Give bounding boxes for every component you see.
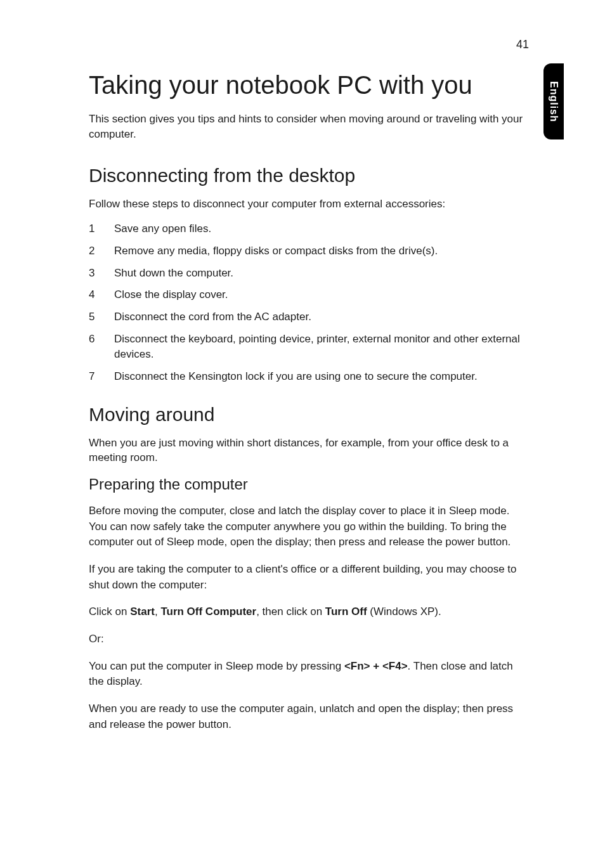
language-tab: English — [543, 63, 564, 139]
page-number: 41 — [516, 38, 529, 51]
section-intro: Follow these steps to disconnect your co… — [89, 197, 529, 212]
text-span: You can put the computer in Sleep mode b… — [89, 660, 344, 672]
text-span: Click on — [89, 606, 130, 618]
body-text: You can put the computer in Sleep mode b… — [89, 659, 529, 690]
list-item: 1 Save any open files. — [89, 221, 529, 237]
body-text: If you are taking the computer to a clie… — [89, 562, 529, 593]
step-number: 3 — [89, 266, 114, 282]
body-text: Or: — [89, 632, 529, 647]
bold-term: Turn Off — [325, 606, 367, 618]
bold-shortcut: <Fn> + <F4> — [344, 660, 408, 672]
section-heading-moving: Moving around — [89, 404, 529, 425]
step-text: Shut down the computer. — [114, 266, 529, 282]
step-number: 6 — [89, 332, 114, 363]
list-item: 3 Shut down the computer. — [89, 266, 529, 282]
steps-list: 1 Save any open files. 2 Remove any medi… — [89, 221, 529, 384]
body-text: When you are ready to use the computer a… — [89, 701, 529, 732]
step-text: Close the display cover. — [114, 287, 529, 303]
list-item: 7 Disconnect the Kensington lock if you … — [89, 369, 529, 385]
page-content: Taking your notebook PC with you This se… — [0, 0, 605, 782]
bold-term: Turn Off Computer — [160, 606, 256, 618]
list-item: 4 Close the display cover. — [89, 287, 529, 303]
body-text: Before moving the computer, close and la… — [89, 503, 529, 550]
body-text: Click on Start, Turn Off Computer, then … — [89, 604, 529, 620]
text-span: (Windows XP). — [367, 606, 441, 618]
subsection-heading-preparing: Preparing the computer — [89, 476, 529, 493]
section-heading-disconnecting: Disconnecting from the desktop — [89, 165, 529, 186]
text-span: , then click on — [256, 606, 325, 618]
step-text: Remove any media, floppy disks or compac… — [114, 243, 529, 259]
step-number: 1 — [89, 221, 114, 237]
step-number: 5 — [89, 309, 114, 325]
section-intro: When you are just moving within short di… — [89, 436, 529, 466]
step-number: 4 — [89, 287, 114, 303]
step-number: 2 — [89, 243, 114, 259]
list-item: 2 Remove any media, floppy disks or comp… — [89, 243, 529, 259]
text-span: , — [155, 606, 160, 618]
step-text: Disconnect the keyboard, pointing device… — [114, 332, 529, 363]
bold-term: Start — [130, 606, 155, 618]
page-title: Taking your notebook PC with you — [89, 70, 529, 100]
step-text: Save any open files. — [114, 221, 529, 237]
intro-text: This section gives you tips and hints to… — [89, 112, 529, 142]
step-text: Disconnect the cord from the AC adapter. — [114, 309, 529, 325]
language-label: English — [548, 81, 559, 122]
list-item: 5 Disconnect the cord from the AC adapte… — [89, 309, 529, 325]
step-text: Disconnect the Kensington lock if you ar… — [114, 369, 529, 385]
step-number: 7 — [89, 369, 114, 385]
list-item: 6 Disconnect the keyboard, pointing devi… — [89, 332, 529, 363]
